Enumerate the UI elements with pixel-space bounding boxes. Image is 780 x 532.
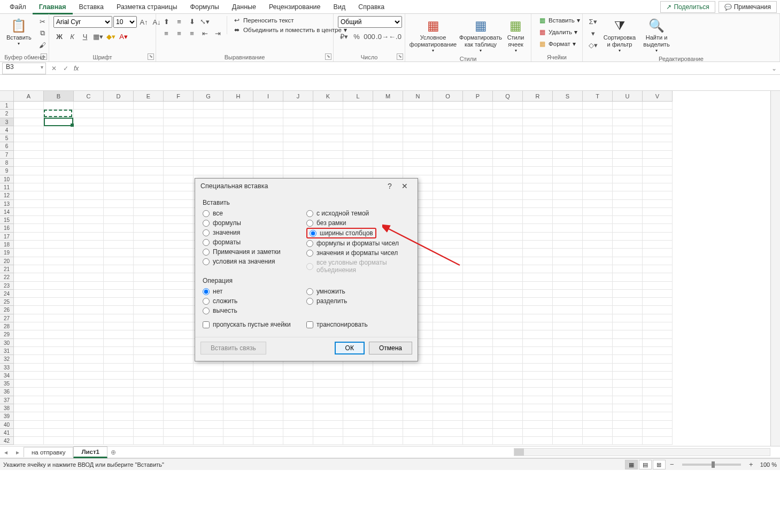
align-left-button[interactable]: ≡ (160, 28, 172, 38)
radio-op-subtract[interactable]: вычесть (203, 306, 306, 315)
checkbox-transpose[interactable]: транспонировать (306, 321, 410, 328)
row-header-29[interactable]: 29 (0, 330, 14, 338)
align-center-button[interactable]: ≡ (173, 28, 185, 38)
increase-decimal-button[interactable]: .0→ (376, 31, 388, 42)
column-header-A[interactable]: A (14, 91, 44, 102)
radio-op-none[interactable]: нет (203, 287, 306, 296)
row-header-42[interactable]: 42 (0, 437, 14, 445)
column-header-L[interactable]: L (343, 91, 373, 102)
increase-indent-button[interactable]: ⇥ (212, 28, 223, 38)
row-header-1[interactable]: 1 (0, 102, 14, 110)
format-as-table-button[interactable]: ▦Форматировать как таблицу▾ (460, 16, 501, 55)
fill-button[interactable]: ▾ (587, 28, 599, 38)
row-header-10[interactable]: 10 (0, 175, 14, 183)
row-header-2[interactable]: 2 (0, 110, 14, 118)
fx-icon[interactable]: fx (72, 65, 81, 72)
row-header-4[interactable]: 4 (0, 126, 14, 134)
insert-cells-button[interactable]: ▦Вставить▾ (536, 16, 582, 25)
zoom-level[interactable]: 100 % (760, 461, 777, 468)
row-header-13[interactable]: 13 (0, 200, 14, 208)
column-header-R[interactable]: R (523, 91, 553, 102)
row-header-36[interactable]: 36 (0, 388, 14, 396)
expand-formula-bar[interactable]: ⌄ (768, 65, 780, 72)
radio-values[interactable]: значения (203, 228, 306, 237)
decrease-decimal-button[interactable]: ←.0 (389, 31, 401, 42)
align-bottom-button[interactable]: ⬇ (186, 16, 198, 27)
row-header-15[interactable]: 15 (0, 216, 14, 224)
column-header-E[interactable]: E (134, 91, 164, 102)
page-break-view-button[interactable]: ⊞ (653, 460, 666, 469)
column-header-N[interactable]: N (403, 91, 433, 102)
wrap-text-button[interactable]: ↩Переносить текст (230, 16, 349, 25)
row-header-31[interactable]: 31 (0, 347, 14, 355)
row-header-6[interactable]: 6 (0, 142, 14, 150)
decrease-indent-button[interactable]: ⇤ (199, 28, 211, 38)
menu-formulas[interactable]: Формулы (183, 1, 225, 13)
radio-op-add[interactable]: сложить (203, 296, 306, 306)
row-header-23[interactable]: 23 (0, 282, 14, 290)
menu-data[interactable]: Данные (226, 1, 262, 13)
column-header-K[interactable]: K (313, 91, 343, 102)
zoom-slider[interactable] (682, 464, 741, 466)
row-header-21[interactable]: 21 (0, 265, 14, 273)
add-sheet-button[interactable]: ⊕ (107, 449, 119, 456)
row-header-5[interactable]: 5 (0, 134, 14, 142)
row-header-24[interactable]: 24 (0, 290, 14, 298)
column-header-O[interactable]: O (433, 91, 463, 102)
enter-formula-button[interactable]: ✓ (60, 65, 72, 72)
dialog-help-button[interactable]: ? (382, 182, 397, 190)
radio-comments[interactable]: Примечания и заметки (203, 247, 306, 257)
row-header-25[interactable]: 25 (0, 298, 14, 306)
column-header-D[interactable]: D (104, 91, 134, 102)
radio-all[interactable]: все (203, 209, 306, 218)
radio-formats[interactable]: форматы (203, 237, 306, 247)
column-header-I[interactable]: I (253, 91, 283, 102)
radio-formulas[interactable]: формулы (203, 218, 306, 228)
cancel-formula-button[interactable]: ✕ (48, 65, 60, 72)
page-layout-view-button[interactable]: ▤ (639, 460, 652, 469)
autosum-button[interactable]: Σ▾ (587, 16, 599, 27)
sort-filter-button[interactable]: ⧩Сортировка и фильтр▾ (602, 16, 637, 55)
radio-op-multiply[interactable]: умножить (306, 287, 410, 296)
sheet-tab-1[interactable]: на отправку (24, 447, 73, 457)
row-header-12[interactable]: 12 (0, 191, 14, 199)
row-header-35[interactable]: 35 (0, 380, 14, 388)
row-header-38[interactable]: 38 (0, 404, 14, 412)
column-header-Q[interactable]: Q (493, 91, 523, 102)
percent-button[interactable]: % (351, 31, 362, 42)
comma-button[interactable]: 000 (364, 31, 375, 42)
sheet-nav-prev[interactable]: ◂ (0, 449, 12, 456)
currency-button[interactable]: ₽▾ (338, 31, 350, 42)
format-painter-button[interactable]: 🖌 (37, 40, 49, 50)
column-header-H[interactable]: H (223, 91, 253, 102)
alignment-dialog-launcher[interactable]: ⬊ (325, 53, 331, 60)
merge-center-button[interactable]: ⬌Объединить и поместить в центре ▾ (230, 26, 349, 34)
row-header-32[interactable]: 32 (0, 355, 14, 363)
radio-values-numfmt[interactable]: значения и форматы чисел (306, 248, 410, 258)
font-color-button[interactable]: A▾ (118, 31, 129, 42)
copy-button[interactable]: ⧉ (37, 28, 49, 38)
clear-button[interactable]: ◇▾ (587, 40, 599, 50)
column-header-C[interactable]: C (74, 91, 104, 102)
share-button[interactable]: Поделиться (660, 1, 715, 13)
row-header-17[interactable]: 17 (0, 233, 14, 241)
row-header-22[interactable]: 22 (0, 273, 14, 281)
column-header-G[interactable]: G (194, 91, 223, 102)
column-header-V[interactable]: V (643, 91, 673, 102)
row-header-27[interactable]: 27 (0, 314, 14, 322)
number-format-select[interactable]: Общий (338, 16, 402, 28)
column-header-B[interactable]: B (44, 91, 74, 102)
sheet-nav-next[interactable]: ▸ (12, 449, 24, 456)
find-select-button[interactable]: 🔍Найти и выделить▾ (640, 16, 673, 55)
zoom-in-button[interactable]: + (745, 459, 757, 470)
orientation-button[interactable]: ⤡▾ (199, 16, 211, 27)
cancel-button[interactable]: Отмена (369, 342, 412, 354)
row-header-41[interactable]: 41 (0, 429, 14, 437)
menu-page-layout[interactable]: Разметка страницы (110, 1, 183, 13)
cut-button[interactable]: ✂ (37, 16, 49, 27)
row-header-37[interactable]: 37 (0, 396, 14, 404)
clipboard-dialog-launcher[interactable]: ⬊ (41, 53, 47, 60)
row-header-9[interactable]: 9 (0, 167, 14, 175)
column-header-J[interactable]: J (283, 91, 313, 102)
row-header-7[interactable]: 7 (0, 151, 14, 159)
